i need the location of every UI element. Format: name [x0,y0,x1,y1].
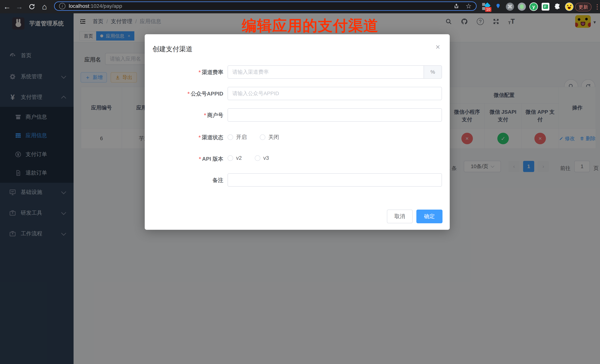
rate-input-group: % [227,65,442,79]
radio-status-on[interactable] [227,134,233,140]
extensions-row: 10 ⌘ y [480,0,575,13]
dialog-title: 创建支付渠道 [152,45,193,54]
extension-command-icon[interactable]: ⌘ [504,0,516,13]
radio-status-off[interactable] [260,134,265,140]
radio-api-v2[interactable] [227,155,233,161]
bookmark-star-icon[interactable]: ☆ [466,2,472,10]
appid-input[interactable] [228,87,441,100]
annotation-text: 编辑应用的支付渠道 [242,16,379,36]
remark-input[interactable] [228,174,441,186]
share-icon[interactable] [453,3,459,9]
browser-chrome: ← → ⌂ i localhost:1024/pay/app ☆ 10 ⌘ [0,0,600,13]
extension-pin-icon[interactable] [492,0,504,13]
extension-y-icon[interactable]: y [528,0,540,13]
extension-badge: 10 [485,7,491,12]
status-radio-group: 开启 关闭 [227,134,279,141]
status-label: *渠道状态 [145,134,223,141]
merchant-label: *商户号 [145,112,223,119]
api-version-label: *API 版本 [145,155,223,163]
appid-label: *公众号APPID [145,90,223,98]
rate-label: *渠道费率 [145,69,223,76]
confirm-button[interactable]: 确定 [416,209,442,223]
url-text: localhost:1024/pay/app [69,3,122,9]
browser-menu-icon[interactable]: ⋮ [594,0,600,13]
browser-reload-icon[interactable] [27,0,37,13]
address-bar[interactable]: i localhost:1024/pay/app ☆ [54,1,477,11]
merchant-input-group [227,108,442,122]
browser-home-icon[interactable]: ⌂ [39,0,50,13]
appid-input-group [227,87,442,100]
remark-label: 备注 [145,177,223,184]
browser-update-button[interactable]: 更新 [575,3,591,11]
extension-record-icon[interactable] [516,0,528,13]
api-radio-group: v2 v3 [227,155,269,161]
cancel-button[interactable]: 取消 [387,209,413,223]
merchant-input[interactable] [228,109,441,121]
percent-suffix: % [424,66,441,78]
browser-forward-icon[interactable]: → [14,0,24,13]
page-info-icon[interactable]: i [59,3,66,9]
create-pay-channel-dialog: 创建支付渠道 × *渠道费率 % *公众号APPID *商户号 *渠道状态 开启… [145,34,450,230]
browser-back-icon[interactable]: ← [2,0,12,13]
extension-diamond-icon[interactable]: 10 [480,0,492,13]
extension-chat-icon[interactable] [540,0,552,13]
remark-input-group [227,173,442,187]
extension-emoji-icon[interactable] [563,0,575,13]
dialog-close-icon[interactable]: × [435,43,440,51]
extension-puzzle-icon[interactable] [552,0,563,13]
rate-input[interactable] [228,66,424,78]
radio-api-v3[interactable] [255,155,260,161]
